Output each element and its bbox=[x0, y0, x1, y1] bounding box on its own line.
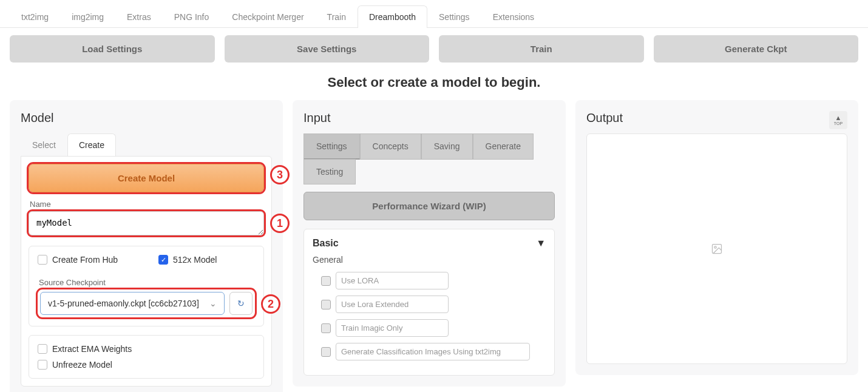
tab-dreambooth[interactable]: Dreambooth bbox=[358, 5, 427, 28]
tab-extensions[interactable]: Extensions bbox=[481, 5, 546, 28]
use-lora-extended-field[interactable] bbox=[336, 296, 449, 313]
refresh-icon: ↻ bbox=[237, 299, 245, 308]
name-input[interactable] bbox=[29, 211, 264, 235]
model-512-checkbox[interactable]: ✓ bbox=[158, 255, 168, 265]
unfreeze-model-checkbox[interactable] bbox=[38, 360, 47, 370]
top-tabs: txt2img img2img Extras PNG Info Checkpoi… bbox=[0, 0, 868, 28]
tab-pnginfo[interactable]: PNG Info bbox=[163, 5, 221, 28]
tab-img2img[interactable]: img2img bbox=[60, 5, 115, 28]
general-section-label: General bbox=[313, 255, 546, 265]
input-tab-saving[interactable]: Saving bbox=[421, 133, 473, 160]
output-panel: Output ▲ TOP bbox=[575, 100, 858, 375]
refresh-checkpoints-button[interactable]: ↻ bbox=[229, 292, 253, 315]
model-panel: Model Select Create Create Model 3 Name … bbox=[10, 100, 283, 392]
gen-class-images-checkbox[interactable] bbox=[321, 347, 331, 357]
input-tab-testing[interactable]: Testing bbox=[303, 159, 356, 184]
input-tab-generate[interactable]: Generate bbox=[473, 133, 534, 160]
input-tab-settings[interactable]: Settings bbox=[303, 133, 360, 160]
source-checkpoint-select[interactable]: v1-5-pruned-emaonly.ckpt [cc6cb27103] ⌄ bbox=[40, 292, 225, 315]
load-settings-button[interactable]: Load Settings bbox=[10, 35, 215, 63]
basic-accordion-header[interactable]: Basic ▼ bbox=[313, 238, 546, 249]
annotation-1: 1 bbox=[270, 214, 290, 233]
scroll-top-button[interactable]: ▲ TOP bbox=[829, 111, 847, 129]
extract-ema-label: Extract EMA Weights bbox=[52, 344, 132, 354]
input-panel: Input Settings Concepts Saving Generate … bbox=[293, 100, 566, 387]
train-imagic-only-checkbox[interactable] bbox=[321, 323, 331, 333]
unfreeze-model-label: Unfreeze Model bbox=[52, 360, 112, 370]
save-settings-button[interactable]: Save Settings bbox=[225, 35, 430, 63]
train-imagic-only-field[interactable] bbox=[336, 319, 449, 337]
basic-accordion-title: Basic bbox=[313, 238, 339, 249]
generate-ckpt-button[interactable]: Generate Ckpt bbox=[654, 35, 859, 63]
model-tab-select[interactable]: Select bbox=[21, 133, 67, 156]
source-checkpoint-label: Source Checkpoint bbox=[39, 278, 255, 287]
create-from-hub-checkbox[interactable] bbox=[38, 255, 47, 265]
model-tab-create[interactable]: Create bbox=[67, 133, 116, 156]
model-512-label: 512x Model bbox=[173, 255, 217, 265]
source-checkpoint-value: v1-5-pruned-emaonly.ckpt [cc6cb27103] bbox=[48, 299, 199, 308]
input-title: Input bbox=[303, 111, 555, 125]
action-row: Load Settings Save Settings Train Genera… bbox=[0, 28, 868, 70]
gen-class-images-field[interactable] bbox=[336, 343, 530, 360]
tab-checkpoint-merger[interactable]: Checkpoint Merger bbox=[220, 5, 315, 28]
tab-settings[interactable]: Settings bbox=[427, 5, 481, 28]
use-lora-checkbox[interactable] bbox=[321, 276, 331, 286]
performance-wizard-button[interactable]: Performance Wizard (WIP) bbox=[303, 192, 555, 220]
input-tab-concepts[interactable]: Concepts bbox=[360, 133, 421, 160]
use-lora-extended-checkbox[interactable] bbox=[321, 300, 331, 309]
annotation-3: 3 bbox=[270, 165, 290, 184]
use-lora-field[interactable] bbox=[336, 272, 449, 289]
create-from-hub-label: Create From Hub bbox=[52, 255, 118, 265]
annotation-2: 2 bbox=[261, 294, 280, 314]
create-model-button[interactable]: Create Model bbox=[29, 164, 264, 192]
train-button[interactable]: Train bbox=[439, 35, 644, 63]
tab-txt2img[interactable]: txt2img bbox=[10, 5, 60, 28]
chevron-down-icon: ⌄ bbox=[209, 299, 217, 308]
extract-ema-checkbox[interactable] bbox=[38, 344, 47, 354]
output-preview bbox=[586, 133, 847, 364]
top-label: TOP bbox=[834, 121, 843, 126]
output-title: Output bbox=[586, 111, 847, 125]
svg-point-1 bbox=[714, 246, 716, 248]
name-label: Name bbox=[30, 200, 264, 209]
image-placeholder-icon bbox=[711, 243, 723, 255]
model-title: Model bbox=[21, 111, 272, 125]
page-heading: Select or create a model to begin. bbox=[0, 70, 868, 100]
tab-train[interactable]: Train bbox=[316, 5, 358, 28]
caret-down-icon: ▼ bbox=[536, 238, 546, 249]
arrow-up-icon: ▲ bbox=[835, 115, 842, 121]
tab-extras[interactable]: Extras bbox=[115, 5, 163, 28]
